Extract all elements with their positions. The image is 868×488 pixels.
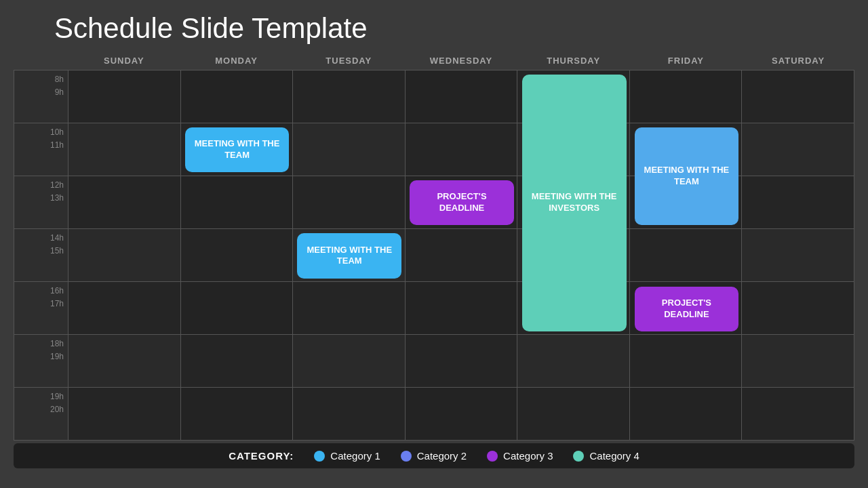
cell-sat-3 xyxy=(742,176,854,229)
header-tuesday: TUESDAY xyxy=(292,52,405,70)
cell-sun-2 xyxy=(68,123,181,176)
cell-fri-7 xyxy=(630,388,743,441)
event-wednesday-deadline[interactable]: PROJECT'S DEADLINE xyxy=(410,180,514,225)
event-thursday-investors[interactable]: MEETING WITH THE INVESTORS xyxy=(522,75,627,331)
cell-mon-5 xyxy=(181,282,294,335)
cell-mon-7 xyxy=(181,388,294,441)
time-18: 18h 19h xyxy=(14,335,68,388)
event-tuesday-meeting[interactable]: MEETING WITH THE TEAM xyxy=(297,233,401,278)
cell-sun-6 xyxy=(68,335,181,388)
cell-mon-4 xyxy=(181,229,294,282)
event-monday-meeting[interactable]: MEETING WITH THE TEAM xyxy=(185,127,290,172)
cell-tue-2 xyxy=(293,123,406,176)
time-19: 19h 20h xyxy=(14,388,68,441)
cell-tue-3 xyxy=(293,176,406,229)
time-16: 16h 17h xyxy=(14,282,68,335)
cell-tue-7 xyxy=(293,388,406,441)
legend-title: CATEGORY: xyxy=(229,450,294,462)
time-8: 8h 9h xyxy=(14,70,68,123)
page-title: Schedule Slide Template xyxy=(0,0,868,52)
cell-wed-2 xyxy=(406,123,518,176)
cell-tue-5 xyxy=(293,282,406,335)
cell-mon-3 xyxy=(181,176,294,229)
cell-wed-6 xyxy=(406,335,518,388)
cell-sat-6 xyxy=(742,335,854,388)
header-saturday: SATURDAY xyxy=(742,52,854,70)
time-10: 10h 11h xyxy=(14,123,68,176)
event-friday-meeting[interactable]: MEETING WITH THE TEAM xyxy=(635,127,739,225)
cell-sat-5 xyxy=(742,282,854,335)
time-12: 12h 13h xyxy=(14,176,68,229)
cell-thu-6 xyxy=(517,335,630,388)
cell-sat-7 xyxy=(742,388,854,441)
cell-wed-4 xyxy=(406,229,518,282)
cell-fri-4 xyxy=(630,229,743,282)
cell-fri-1 xyxy=(630,70,743,123)
cell-tue-1 xyxy=(293,70,406,123)
legend-item-2: Category 2 xyxy=(401,450,467,462)
cell-sat-2 xyxy=(742,123,854,176)
calendar-grid: 8h 9h 10h 11h 12h 13h xyxy=(14,70,854,441)
legend-dot-4 xyxy=(573,451,584,462)
cell-sun-3 xyxy=(68,176,181,229)
cell-sun-5 xyxy=(68,282,181,335)
legend-item-3: Category 3 xyxy=(487,450,553,462)
legend: CATEGORY: Category 1 Category 2 Category… xyxy=(14,443,854,468)
header-wednesday: WEDNESDAY xyxy=(405,52,517,70)
time-14: 14h 15h xyxy=(14,229,68,282)
legend-dot-3 xyxy=(487,451,498,462)
cell-sat-4 xyxy=(742,229,854,282)
cell-mon-1 xyxy=(181,70,294,123)
cell-mon-6 xyxy=(181,335,294,388)
cell-tue-6 xyxy=(293,335,406,388)
cell-wed-1 xyxy=(406,70,518,123)
legend-item-1: Category 1 xyxy=(314,450,380,462)
calendar-container: SUNDAY MONDAY TUESDAY WEDNESDAY THURSDAY… xyxy=(14,52,854,441)
cell-thu-7 xyxy=(517,388,630,441)
legend-dot-1 xyxy=(314,451,325,462)
legend-item-4: Category 4 xyxy=(573,450,639,462)
legend-dot-2 xyxy=(401,451,412,462)
header-sunday: SUNDAY xyxy=(68,52,180,70)
event-friday-deadline[interactable]: PROJECT'S DEADLINE xyxy=(635,287,739,331)
header-friday: FRIDAY xyxy=(630,52,743,70)
cell-wed-7 xyxy=(406,388,518,441)
day-headers: SUNDAY MONDAY TUESDAY WEDNESDAY THURSDAY… xyxy=(14,52,854,70)
cell-fri-6 xyxy=(630,335,743,388)
cell-sun-1 xyxy=(68,70,181,123)
cell-sun-7 xyxy=(68,388,181,441)
cell-wed-5 xyxy=(406,282,518,335)
header-thursday: THURSDAY xyxy=(517,52,630,70)
cell-sun-4 xyxy=(68,229,181,282)
header-monday: MONDAY xyxy=(180,52,293,70)
cell-sat-1 xyxy=(742,70,854,123)
